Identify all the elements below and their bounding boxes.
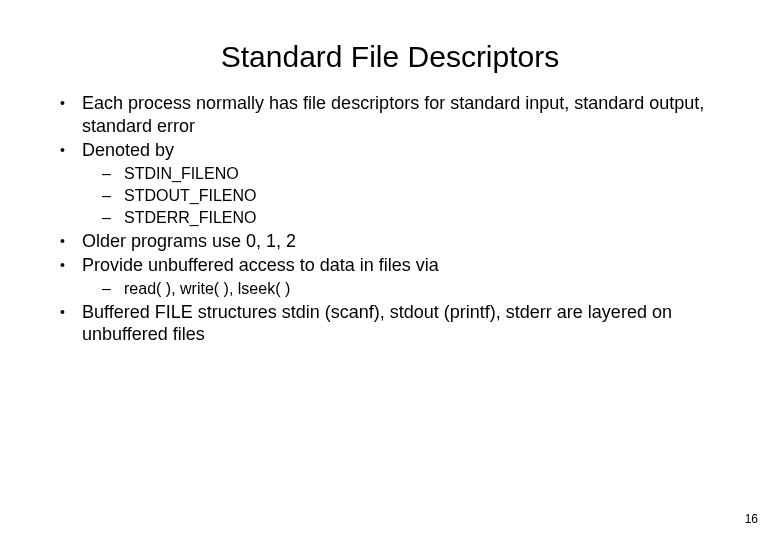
bullet-text: read( ), write( ), lseek( ) (124, 279, 740, 299)
bullet-level2: – STDIN_FILENO (40, 164, 740, 184)
bullet-text: STDIN_FILENO (124, 164, 740, 184)
bullet-text: Buffered FILE structures stdin (scanf), … (82, 301, 740, 346)
bullet-text: Older programs use 0, 1, 2 (82, 230, 740, 253)
bullet-dot-icon: • (60, 301, 82, 346)
bullet-level2: – STDOUT_FILENO (40, 186, 740, 206)
bullet-dot-icon: • (60, 230, 82, 253)
slide-body: • Each process normally has file descrip… (40, 92, 740, 346)
bullet-dash-icon: – (102, 208, 124, 228)
bullet-dot-icon: • (60, 139, 82, 162)
bullet-dash-icon: – (102, 164, 124, 184)
bullet-text: Denoted by (82, 139, 740, 162)
bullet-dot-icon: • (60, 254, 82, 277)
bullet-dash-icon: – (102, 279, 124, 299)
bullet-level2: – read( ), write( ), lseek( ) (40, 279, 740, 299)
bullet-text: STDOUT_FILENO (124, 186, 740, 206)
bullet-level1: • Each process normally has file descrip… (40, 92, 740, 137)
bullet-text: Each process normally has file descripto… (82, 92, 740, 137)
bullet-text: STDERR_FILENO (124, 208, 740, 228)
bullet-level1: • Buffered FILE structures stdin (scanf)… (40, 301, 740, 346)
bullet-level1: • Provide unbuffered access to data in f… (40, 254, 740, 277)
slide-title: Standard File Descriptors (40, 40, 740, 74)
bullet-text: Provide unbuffered access to data in fil… (82, 254, 740, 277)
slide: Standard File Descriptors • Each process… (0, 0, 780, 540)
bullet-level1: • Denoted by (40, 139, 740, 162)
bullet-level1: • Older programs use 0, 1, 2 (40, 230, 740, 253)
bullet-dash-icon: – (102, 186, 124, 206)
page-number: 16 (745, 512, 758, 526)
bullet-level2: – STDERR_FILENO (40, 208, 740, 228)
bullet-dot-icon: • (60, 92, 82, 137)
